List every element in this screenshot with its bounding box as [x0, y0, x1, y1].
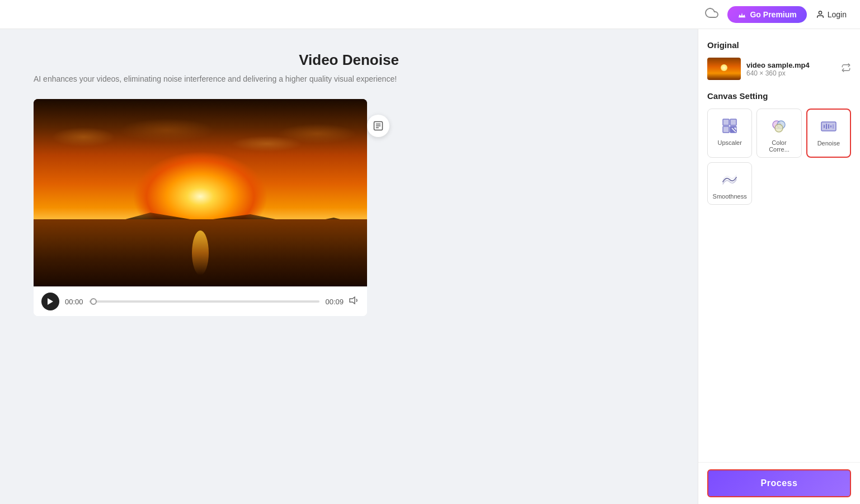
smoothness-icon — [720, 169, 740, 190]
thumbnail-sun — [721, 64, 727, 71]
time-end: 00:09 — [325, 298, 344, 306]
svg-rect-8 — [730, 119, 736, 125]
volume-icon[interactable] — [349, 296, 359, 307]
video-controls: 00:00 00:09 — [34, 286, 367, 316]
replace-file-button[interactable] — [841, 63, 851, 75]
page-title: Video Denoise — [34, 51, 664, 69]
sidebar-content: Original video sample.mp4 640 × 360 px — [698, 29, 860, 462]
go-premium-label: Go Premium — [750, 10, 796, 19]
svg-marker-2 — [350, 297, 355, 304]
process-button[interactable]: Process — [707, 469, 851, 497]
smoothness-label: Smoothness — [713, 193, 747, 200]
canvas-item-denoise[interactable]: Denoise — [806, 109, 851, 158]
video-preview — [34, 99, 367, 286]
canvas-item-upscaler[interactable]: Upscaler — [707, 109, 752, 158]
clouds — [34, 110, 367, 177]
file-name: video sample.mp4 — [746, 61, 835, 69]
upscaler-label: Upscaler — [717, 139, 741, 146]
svg-point-0 — [819, 11, 821, 14]
denoise-label: Denoise — [817, 140, 840, 147]
content-area: Video Denoise AI enhances your videos, e… — [0, 29, 698, 504]
process-btn-container: Process — [698, 462, 860, 504]
svg-rect-9 — [723, 126, 729, 133]
sidebar: Original video sample.mp4 640 × 360 px — [698, 29, 860, 504]
page-subtitle: AI enhances your videos, eliminating noi… — [34, 74, 664, 83]
canvas-item-color-correction[interactable]: Color Corre... — [756, 109, 801, 158]
water-reflection — [192, 230, 209, 275]
time-start: 00:00 — [65, 298, 83, 306]
svg-rect-7 — [723, 119, 729, 125]
note-button[interactable] — [367, 115, 389, 137]
denoise-icon — [819, 116, 839, 136]
file-thumbnail — [707, 58, 741, 80]
login-label: Login — [828, 10, 847, 19]
main-layout: Video Denoise AI enhances your videos, e… — [0, 29, 860, 504]
canvas-item-smoothness[interactable]: Smoothness — [707, 162, 752, 205]
login-button[interactable]: Login — [816, 10, 847, 19]
canvas-grid: Upscaler Color Corre... — [707, 109, 851, 205]
header: Go Premium Login — [0, 0, 860, 29]
video-wrapper: 00:00 00:09 — [34, 99, 367, 316]
svg-point-13 — [775, 124, 783, 132]
process-label: Process — [761, 478, 798, 488]
canvas-section-title: Canvas Setting — [707, 91, 851, 101]
color-correction-icon — [769, 116, 789, 136]
svg-marker-1 — [48, 298, 53, 305]
file-dimensions: 640 × 360 px — [746, 69, 835, 77]
original-file: video sample.mp4 640 × 360 px — [707, 58, 851, 80]
progress-bar[interactable] — [89, 300, 320, 303]
cloud-icon[interactable] — [705, 6, 718, 22]
color-correction-label: Color Corre... — [762, 139, 796, 153]
video-area: 00:00 00:09 — [34, 99, 367, 316]
file-info: video sample.mp4 640 × 360 px — [746, 61, 835, 77]
progress-thumb — [90, 298, 97, 305]
play-button[interactable] — [41, 293, 59, 310]
original-section-title: Original — [707, 40, 851, 50]
go-premium-button[interactable]: Go Premium — [727, 6, 806, 23]
upscaler-icon — [720, 116, 740, 136]
